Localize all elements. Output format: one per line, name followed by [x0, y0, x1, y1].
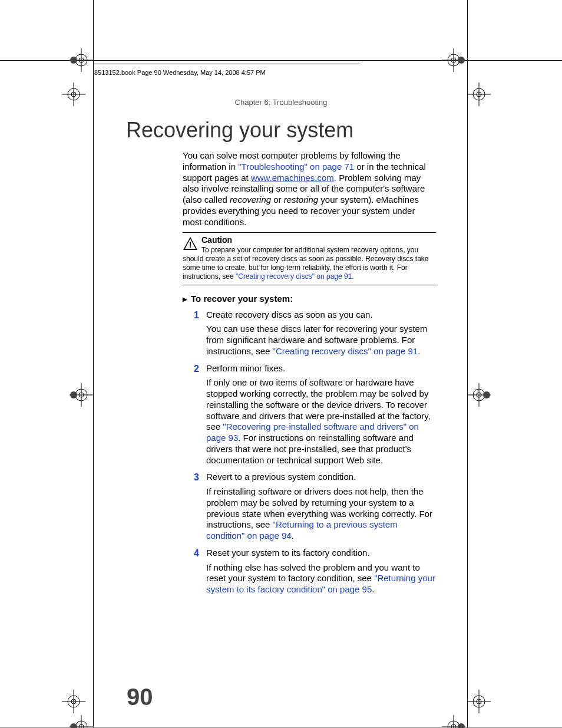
- bookline-rule: [94, 64, 359, 64]
- link-troubleshooting[interactable]: "Troubleshooting" on page 71: [238, 162, 354, 172]
- page-number: 90: [127, 684, 153, 710]
- step-detail-text: .: [418, 346, 420, 356]
- registration-mark-icon: [62, 690, 85, 713]
- step-detail: If only one or two items of software or …: [206, 377, 436, 466]
- intro-paragraph: You can solve most computer problems by …: [183, 150, 436, 228]
- crop-line-right: [467, 0, 468, 728]
- registration-mark-icon: [467, 690, 491, 713]
- step-1: 1 Create recovery discs as soon as you c…: [183, 309, 436, 357]
- step-detail: If reinstalling software or drivers does…: [206, 486, 436, 542]
- step-detail: If nothing else has solved the problem a…: [206, 562, 436, 595]
- step-2: 2 Perform minor fixes. If only one or tw…: [183, 363, 436, 466]
- step-number: 3: [183, 472, 206, 542]
- caution-icon: !: [183, 236, 198, 251]
- intro-italic: recovering: [230, 195, 271, 205]
- registration-mark-icon: [70, 715, 93, 728]
- caution-body: .: [352, 272, 353, 281]
- crop-line-left: [93, 0, 94, 728]
- intro-italic: restoring: [284, 195, 318, 205]
- caution-box: ! Caution To prepare your computer for a…: [183, 232, 436, 285]
- step-detail: You can use these discs later for recove…: [206, 324, 436, 357]
- step-number: 4: [183, 548, 206, 595]
- registration-mark-icon: [467, 383, 491, 407]
- registration-mark-icon: [70, 48, 93, 72]
- svg-text:!: !: [189, 240, 192, 249]
- step-number: 2: [183, 363, 206, 466]
- bookline-text: 8513152.book Page 90 Wednesday, May 14, …: [94, 65, 266, 76]
- link-emachines[interactable]: www.emachines.com: [251, 173, 334, 183]
- caution-heading: Caution: [201, 235, 232, 245]
- step-detail-text: .: [372, 584, 374, 594]
- registration-mark-icon: [442, 715, 465, 728]
- page-title: Recovering your system: [126, 118, 353, 143]
- step-lead: Perform minor fixes.: [206, 363, 436, 374]
- registration-mark-icon: [70, 383, 93, 407]
- link-creating-discs[interactable]: "Creating recovery discs" on page 91: [236, 272, 352, 281]
- svg-point-27: [483, 391, 490, 398]
- link-creating-discs[interactable]: "Creating recovery discs" on page 91: [273, 346, 418, 356]
- chapter-header: Chapter 6: Troubleshooting: [0, 98, 562, 107]
- svg-point-22: [70, 391, 77, 398]
- step-3: 3 Revert to a previous system condition.…: [183, 472, 436, 542]
- step-number: 1: [183, 309, 206, 357]
- step-lead: Revert to a previous system condition.: [206, 472, 436, 483]
- steps-heading: To recover your system:: [183, 294, 436, 305]
- svg-point-4: [70, 57, 77, 64]
- intro-text: or: [271, 195, 284, 205]
- step-detail-text: .: [292, 531, 294, 541]
- step-4: 4 Reset your system to its factory condi…: [183, 548, 436, 595]
- step-lead: Create recovery discs as soon as you can…: [206, 309, 436, 321]
- step-lead: Reset your system to its factory conditi…: [206, 548, 436, 559]
- svg-point-13: [458, 57, 465, 64]
- registration-mark-icon: [442, 48, 465, 72]
